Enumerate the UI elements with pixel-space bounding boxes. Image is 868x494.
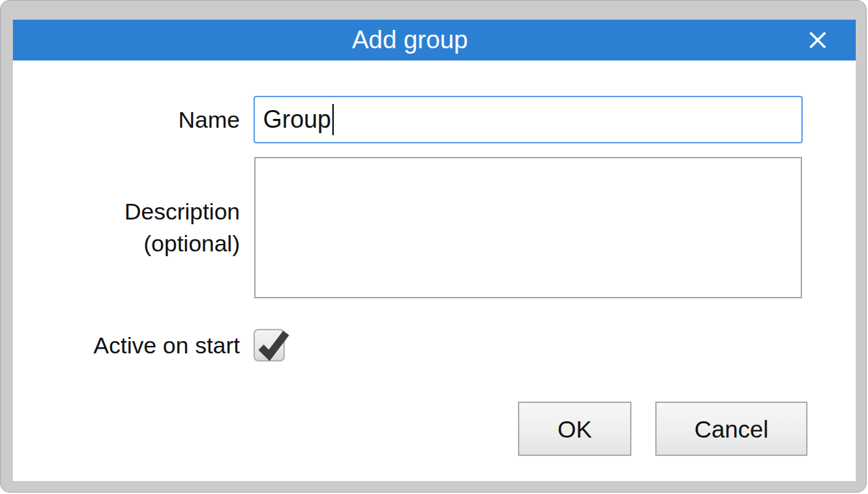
cancel-button[interactable]: Cancel: [655, 402, 808, 456]
active-checkbox[interactable]: [254, 329, 285, 361]
close-icon: [807, 29, 829, 51]
ok-button[interactable]: OK: [518, 402, 631, 456]
text-caret: [332, 104, 334, 135]
description-input[interactable]: [254, 157, 802, 298]
name-input-value: Group: [263, 105, 331, 134]
add-group-dialog: Add group Name Group Description (option…: [0, 0, 867, 493]
name-label: Name: [13, 96, 240, 143]
dialog-titlebar: Add group: [13, 20, 856, 60]
dialog-title: Add group: [13, 20, 807, 60]
active-on-start-label: Active on start: [13, 329, 240, 361]
description-label: Description (optional): [13, 157, 240, 298]
dialog-body: Name Group Description (optional) Active…: [13, 60, 856, 481]
close-button[interactable]: [807, 20, 856, 60]
name-input[interactable]: Group: [254, 96, 803, 143]
